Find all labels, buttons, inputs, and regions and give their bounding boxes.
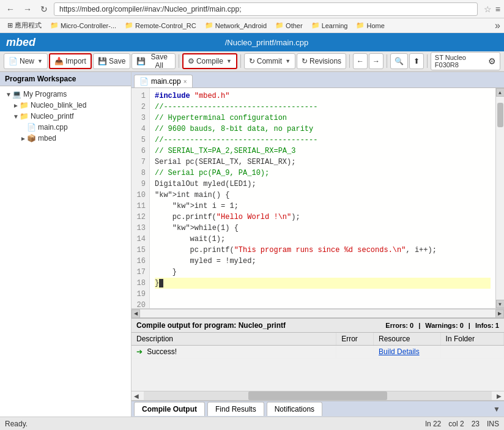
code-editor[interactable]: 12345678910111213141516171819202122 #inc… [132,88,504,309]
redo-button[interactable]: → [369,53,384,69]
tree-mbed[interactable]: ► 📦 mbed [0,133,131,144]
bookmark-home[interactable]: 📁 Home [352,20,388,31]
target-selector[interactable]: ST Nucleo F030R8 ⚙ [431,52,500,70]
computer-icon: 💻 [12,90,21,98]
save-icon: 💾 [98,57,107,65]
scroll-up-icon[interactable]: ▲ [496,88,505,97]
tab-notifications[interactable]: Notifications [267,402,322,416]
sidebar-title: Program Workspace [0,72,131,86]
success-icon: ➔ [136,347,143,356]
app-logo: mbed [6,36,35,49]
forward-button[interactable]: → [21,3,34,15]
compile-infolder [440,346,503,358]
tree-toggle-4[interactable]: ► [20,135,27,142]
status-ln: ln 22 [425,420,441,428]
save-all-icon: 💾 [136,57,146,65]
tree-main-cpp[interactable]: 📄 main.cpp [0,122,131,133]
scrollbar-track[interactable] [496,97,504,300]
tab-close-icon[interactable]: × [183,78,187,85]
bottom-tabs-arrow-icon[interactable]: ▼ [489,402,504,416]
status-items: ln 22 col 2 23 INS [425,420,499,428]
app-title: /Nucleo_printf/main.cpp [35,38,498,47]
new-button[interactable]: 📄 New ▼ [4,53,48,69]
scroll-right-icon[interactable]: ▶ [495,310,504,318]
tab-label: main.cpp [151,77,181,86]
compile-arrow-icon: ▼ [226,58,232,64]
tree-nucleo-blink[interactable]: ► 📁 Nucleo_blink_led [0,100,131,111]
vertical-scrollbar[interactable]: ▲ ▼ [495,88,504,308]
tree-area[interactable]: ▼ 💻 My Programs ► 📁 Nucleo_blink_led ▼ 📁… [0,86,131,417]
browser-menu-icon[interactable]: ≡ [495,4,500,14]
horizontal-scrollbar[interactable]: ◀ ▶ [132,309,504,317]
url-bar[interactable] [54,2,478,16]
bookmark-other[interactable]: 📁 Other [272,20,306,31]
bookmark-micro-label: Micro-Controller-... [61,22,116,29]
separator-3 [349,54,350,68]
compile-icon: ⚙ [188,57,195,65]
tree-toggle-1[interactable]: ► [12,102,20,109]
scroll-down-icon[interactable]: ▼ [496,300,505,308]
refresh-button[interactable]: ↻ [38,3,50,15]
success-text: Success! [147,347,177,356]
build-details-link[interactable]: Build Details [379,347,420,356]
tab-find-results[interactable]: Find Results [207,402,264,416]
compile-row: ➔ Success! Build Details [132,346,504,358]
revisions-button[interactable]: ↻ Revisions [297,53,346,69]
h-scrollbar-inner [140,310,495,317]
apps-icon: ⊞ [7,21,13,29]
commit-icon: ↻ [249,57,255,65]
tree-nucleo-printf[interactable]: ▼ 📁 Nucleo_printf [0,111,131,122]
tree-toggle-2[interactable]: ▼ [12,113,20,120]
bookmark-star-icon[interactable]: ☆ [484,4,492,14]
compile-resource[interactable]: Build Details [374,346,441,358]
search-button[interactable]: 🔍 [390,53,408,69]
save-button[interactable]: 💾 Save [93,53,130,69]
editor-tabs: 📄 main.cpp × [132,72,504,88]
bookmark-network[interactable]: 📁 Network_Android [201,20,270,31]
bookmark-learning[interactable]: 📁 Learning [308,20,352,31]
import-label: Import [65,57,86,65]
h-scroll-right-icon[interactable]: ▶ [494,393,504,399]
undo-button[interactable]: ← [353,53,368,69]
editor-area: 📄 main.cpp × 123456789101112131415161718… [132,72,504,417]
tab-compile-output[interactable]: Compile Output [134,402,205,416]
folder-icon: 📁 [50,21,59,29]
status-num: 23 [472,420,480,428]
h-scroll-left-icon[interactable]: ◀ [132,393,141,399]
compile-table: Description Error Resource In Folder ➔ S… [132,333,504,391]
import-button[interactable]: 📥 Import [49,53,92,69]
bottom-scroll[interactable]: ◀ ▶ [132,391,504,401]
scroll-left-icon[interactable]: ◀ [132,310,140,318]
back-button[interactable]: ← [4,3,17,15]
bookmarks-bar: ⊞ 應用程式 📁 Micro-Controller-... 📁 Remote-C… [0,18,504,33]
compile-area: Compile output for program: Nucleo_print… [132,317,504,391]
bookmark-apps[interactable]: ⊞ 應用程式 [4,20,45,31]
commit-button[interactable]: ↻ Commit ▼ [244,53,295,69]
tree-toggle-0[interactable]: ▼ [5,91,12,98]
tab-find-results-label: Find Results [215,405,256,413]
bookmarks-more-icon[interactable]: » [495,20,500,31]
tree-my-programs[interactable]: ▼ 💻 My Programs [0,89,131,100]
code-content[interactable]: #include "mbed.h"//---------------------… [150,88,495,308]
bookmark-micro[interactable]: 📁 Micro-Controller-... [46,20,120,31]
main-area: Program Workspace ▼ 💻 My Programs ► 📁 Nu… [0,72,504,417]
status-ins: INS [487,420,499,428]
bookmark-home-label: Home [366,22,384,29]
separator-2 [240,54,241,68]
separator-1 [179,54,179,68]
compile-header: Compile output for program: Nucleo_print… [132,319,504,333]
editor-tab-main-cpp[interactable]: 📄 main.cpp × [134,75,193,87]
col-description: Description [132,333,336,346]
compile-button[interactable]: ⚙ Compile ▼ [182,53,237,69]
save-all-button[interactable]: 💾 Save All [132,53,176,69]
bookmark-learning-label: Learning [322,22,348,29]
scrollbar-thumb[interactable] [497,103,503,127]
h-scroll-thumb [248,391,388,400]
h-scroll-track[interactable] [144,391,492,400]
bookmark-remote[interactable]: 📁 Remote-Control_RC [121,20,200,31]
revisions-icon: ↻ [302,57,308,65]
tree-label-0: My Programs [23,90,67,98]
upload-button[interactable]: ⬆ [409,53,424,69]
errors-count: Errors: 0 [385,322,413,329]
file-icon: 📄 [27,123,36,132]
